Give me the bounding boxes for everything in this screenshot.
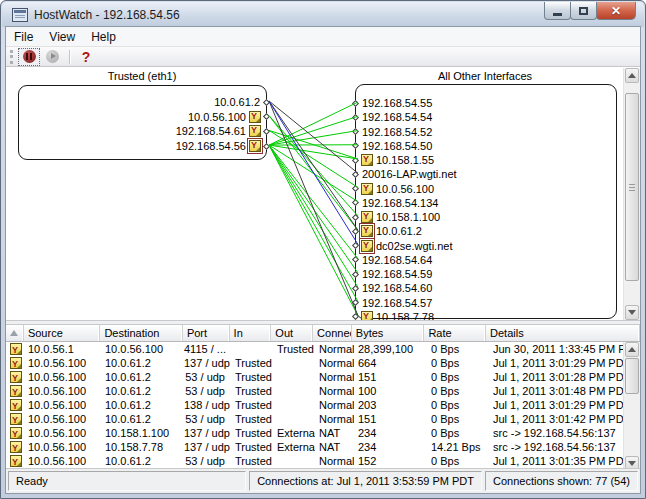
table-row[interactable]: 10.0.56.110.0.56.1004115 / ...TrustedNor…: [6, 342, 640, 356]
minimize-icon: [553, 13, 562, 16]
sort-ascending-icon: [10, 330, 18, 336]
connection-line: [269, 116, 358, 145]
host-node-other[interactable]: 20016-LAP.wgti.net: [351, 167, 459, 181]
pause-button[interactable]: [18, 48, 40, 66]
table-row[interactable]: 10.0.56.10010.0.61.253 / udpTrustedNorma…: [6, 370, 640, 384]
table-row[interactable]: 10.0.56.10010.0.61.253 / udpTrustedNorma…: [6, 384, 640, 398]
firewall-icon: [361, 183, 373, 195]
table-row[interactable]: 10.0.56.10010.0.61.2137 / udpTrustedNorm…: [6, 356, 640, 370]
table-header-row: SourceDestinationPortInOutConnect...Byte…: [6, 325, 640, 342]
column-header-in[interactable]: In: [230, 325, 272, 341]
firewall-icon: [361, 211, 373, 223]
menu-help[interactable]: Help: [83, 28, 124, 46]
cell-rate: 14.21 Bps: [427, 440, 489, 454]
table-row[interactable]: 10.0.56.10010.0.61.253 / udpTrustedNorma…: [6, 454, 640, 468]
connection-line: [269, 101, 358, 245]
close-button[interactable]: ✕: [596, 2, 636, 20]
diagram-scrollbar-thumb[interactable]: [625, 93, 639, 281]
table-row[interactable]: 10.0.56.10010.0.61.253 / udpTrustedNorma…: [6, 412, 640, 426]
column-header-source[interactable]: Source: [24, 325, 101, 341]
cell-destination: 10.0.61.2: [101, 454, 184, 468]
app-icon: [12, 8, 28, 22]
cell-connection: Normal: [315, 454, 354, 468]
host-node-other[interactable]: 192.168.54.64: [351, 253, 434, 267]
cell-in: Trusted: [231, 398, 273, 412]
row-icon-cell: [6, 398, 24, 412]
diagram-scrollbar[interactable]: [623, 68, 640, 320]
host-node-trusted[interactable]: 192.168.54.56: [174, 139, 271, 153]
arrow-down-icon: [628, 461, 636, 466]
node-diamond-icon: [352, 270, 359, 277]
host-node-other[interactable]: 10.158.7.78: [351, 310, 436, 320]
minimize-button[interactable]: [544, 2, 571, 20]
status-ready: Ready: [8, 471, 246, 491]
menu-file[interactable]: File: [6, 28, 41, 46]
host-node-other[interactable]: 10.158.1.55: [351, 153, 436, 167]
host-node-other[interactable]: 192.168.54.57: [351, 296, 434, 310]
column-header-connect[interactable]: Connect...: [313, 325, 352, 341]
title-bar[interactable]: HostWatch - 192.168.54.56 ✕: [2, 2, 644, 27]
node-diamond-icon: [263, 98, 270, 105]
maximize-button[interactable]: [570, 2, 597, 20]
cell-bytes: 664: [354, 356, 427, 370]
host-node-other[interactable]: 192.168.54.50: [351, 139, 434, 153]
host-label: dc02se.wgti.net: [374, 240, 454, 252]
host-node-other[interactable]: 192.168.54.59: [351, 267, 434, 281]
table-scroll-up-button[interactable]: [625, 342, 639, 357]
toolbar-grip[interactable]: [10, 50, 13, 64]
host-node-other[interactable]: 192.168.54.134: [351, 196, 440, 210]
host-node-other[interactable]: dc02se.wgti.net: [351, 239, 454, 253]
status-bar: Ready Connections at: Jul 1, 2011 3:53:5…: [6, 468, 640, 493]
table-row[interactable]: 10.0.56.10010.0.61.2138 / udpTrustedNorm…: [6, 398, 640, 412]
firewall-icon: [249, 111, 261, 123]
cell-in: Trusted: [231, 370, 273, 384]
help-button[interactable]: ?: [75, 48, 97, 66]
menu-view[interactable]: View: [41, 28, 83, 46]
node-diamond-icon: [352, 156, 359, 163]
cell-source: 10.0.56.100: [24, 412, 101, 426]
cell-details: Jul 1, 2011 3:01:48 PM PDT: [489, 384, 640, 398]
other-panel-box: 192.168.54.55192.168.54.54192.168.54.521…: [355, 84, 617, 319]
cell-details: src -> 192.168.54.56:137: [489, 440, 640, 454]
host-node-other[interactable]: 192.168.54.52: [351, 125, 434, 139]
table-scrollbar-thumb[interactable]: [625, 358, 639, 394]
host-label: 192.168.54.57: [360, 297, 434, 309]
cell-out: [273, 384, 315, 398]
host-label: 192.168.54.64: [360, 254, 434, 266]
host-node-trusted[interactable]: 192.168.54.61: [174, 124, 271, 138]
cell-source: 10.0.56.100: [24, 426, 101, 440]
host-node-other[interactable]: 192.168.54.55: [351, 96, 434, 110]
diagram-scroll-up-button[interactable]: [625, 68, 639, 83]
host-node-other[interactable]: 10.0.56.100: [351, 182, 436, 196]
cell-rate: 0 Bps: [427, 412, 489, 426]
connection-line: [269, 145, 358, 301]
host-node-trusted[interactable]: 10.0.61.2: [212, 95, 271, 109]
column-header-out[interactable]: Out: [271, 325, 313, 341]
table-row[interactable]: 10.0.56.10010.158.1.100137 / udpTrustedE…: [6, 426, 640, 440]
table-scrollbar[interactable]: [623, 342, 640, 471]
status-connections-at: Connections at: Jul 1, 2011 3:53:59 PM P…: [249, 471, 482, 491]
column-header-destination[interactable]: Destination: [100, 325, 182, 341]
column-header-rate[interactable]: Rate: [424, 325, 486, 341]
connection-line: [269, 145, 358, 202]
column-header-port[interactable]: Port: [183, 325, 230, 341]
diagram-scroll-down-button[interactable]: [625, 305, 639, 320]
firewall-icon: [361, 311, 373, 320]
cell-out: Trusted: [273, 342, 315, 356]
table-row[interactable]: 10.0.56.10010.158.7.78137 / udpTrustedEx…: [6, 440, 640, 454]
cell-bytes: 151: [354, 370, 427, 384]
column-header-details[interactable]: Details: [486, 325, 640, 341]
connection-line: [269, 145, 358, 273]
node-diamond-icon: [352, 171, 359, 178]
host-node-trusted[interactable]: 10.0.56.100: [186, 110, 271, 124]
sort-column-header[interactable]: [6, 325, 24, 341]
host-node-other[interactable]: 10.0.61.2: [351, 224, 424, 238]
column-header-bytes[interactable]: Bytes: [352, 325, 425, 341]
host-node-other[interactable]: 10.158.1.100: [351, 210, 442, 224]
host-node-other[interactable]: 192.168.54.60: [351, 281, 434, 295]
host-label: 192.168.54.50: [360, 140, 434, 152]
connection-line: [269, 101, 358, 230]
host-node-other[interactable]: 192.168.54.54: [351, 110, 434, 124]
play-button[interactable]: [41, 48, 63, 66]
cell-rate: 0 Bps: [427, 384, 489, 398]
